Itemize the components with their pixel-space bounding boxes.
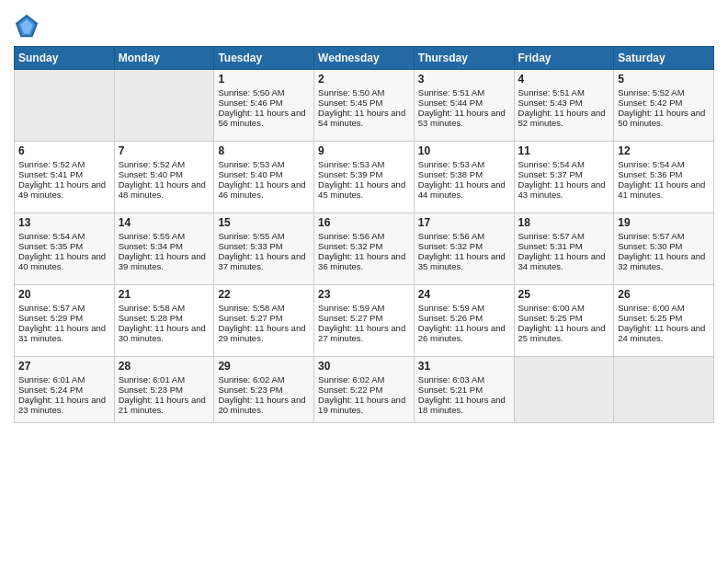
sunrise: Sunrise: 5:58 AM bbox=[218, 303, 284, 313]
week-row-5: 27Sunrise: 6:01 AMSunset: 5:24 PMDayligh… bbox=[15, 357, 714, 423]
sunrise: Sunrise: 5:57 AM bbox=[618, 231, 684, 241]
daylight: Daylight: 11 hours and 56 minutes. bbox=[218, 108, 305, 128]
day-cell: 10Sunrise: 5:53 AMSunset: 5:38 PMDayligh… bbox=[414, 142, 514, 213]
day-cell: 24Sunrise: 5:59 AMSunset: 5:26 PMDayligh… bbox=[414, 285, 514, 357]
sunrise: Sunrise: 5:54 AM bbox=[18, 231, 85, 241]
daylight: Daylight: 11 hours and 34 minutes. bbox=[518, 251, 606, 271]
day-number: 12 bbox=[618, 144, 710, 157]
header-monday: Monday bbox=[114, 47, 214, 70]
sunset: Sunset: 5:27 PM bbox=[318, 313, 382, 323]
day-cell bbox=[514, 357, 614, 423]
sunrise: Sunrise: 6:00 AM bbox=[618, 303, 684, 313]
daylight: Daylight: 11 hours and 53 minutes. bbox=[418, 108, 506, 128]
day-cell: 23Sunrise: 5:59 AMSunset: 5:27 PMDayligh… bbox=[314, 285, 415, 357]
sunset: Sunset: 5:25 PM bbox=[618, 313, 682, 323]
day-number: 26 bbox=[618, 288, 710, 301]
sunset: Sunset: 5:26 PM bbox=[418, 313, 483, 323]
daylight: Daylight: 11 hours and 18 minutes. bbox=[418, 395, 506, 415]
day-number: 25 bbox=[518, 288, 610, 301]
sunset: Sunset: 5:32 PM bbox=[318, 241, 382, 251]
header bbox=[14, 9, 714, 39]
sunset: Sunset: 5:27 PM bbox=[218, 313, 282, 323]
daylight: Daylight: 11 hours and 26 minutes. bbox=[418, 323, 506, 343]
sunrise: Sunrise: 6:02 AM bbox=[218, 374, 284, 385]
day-number: 9 bbox=[318, 144, 410, 157]
daylight: Daylight: 11 hours and 54 minutes. bbox=[318, 108, 405, 128]
daylight: Daylight: 11 hours and 48 minutes. bbox=[119, 179, 206, 200]
sunset: Sunset: 5:25 PM bbox=[518, 313, 583, 323]
day-cell: 21Sunrise: 5:58 AMSunset: 5:28 PMDayligh… bbox=[114, 285, 214, 357]
daylight: Daylight: 11 hours and 52 minutes. bbox=[518, 108, 606, 128]
day-number: 3 bbox=[418, 73, 510, 86]
sunset: Sunset: 5:46 PM bbox=[218, 98, 282, 108]
header-wednesday: Wednesday bbox=[314, 47, 415, 70]
day-number: 11 bbox=[518, 144, 610, 157]
day-cell: 8Sunrise: 5:53 AMSunset: 5:40 PMDaylight… bbox=[214, 142, 314, 213]
sunrise: Sunrise: 5:50 AM bbox=[218, 87, 284, 98]
sunset: Sunset: 5:42 PM bbox=[618, 98, 682, 108]
sunrise: Sunrise: 5:59 AM bbox=[418, 303, 484, 313]
sunset: Sunset: 5:41 PM bbox=[18, 169, 83, 179]
day-number: 27 bbox=[18, 360, 110, 373]
sunrise: Sunrise: 6:00 AM bbox=[518, 303, 585, 313]
daylight: Daylight: 11 hours and 32 minutes. bbox=[618, 251, 705, 271]
day-number: 20 bbox=[18, 288, 110, 301]
day-number: 23 bbox=[318, 288, 410, 301]
day-cell: 19Sunrise: 5:57 AMSunset: 5:30 PMDayligh… bbox=[614, 213, 714, 285]
sunset: Sunset: 5:30 PM bbox=[618, 241, 682, 251]
sunrise: Sunrise: 5:52 AM bbox=[18, 159, 85, 169]
sunrise: Sunrise: 5:54 AM bbox=[618, 159, 684, 169]
day-cell: 11Sunrise: 5:54 AMSunset: 5:37 PMDayligh… bbox=[514, 142, 614, 213]
day-number: 4 bbox=[518, 73, 610, 86]
sunset: Sunset: 5:40 PM bbox=[119, 169, 183, 179]
day-cell: 29Sunrise: 6:02 AMSunset: 5:23 PMDayligh… bbox=[214, 357, 314, 423]
day-number: 19 bbox=[618, 216, 710, 229]
sunrise: Sunrise: 5:52 AM bbox=[618, 87, 684, 98]
daylight: Daylight: 11 hours and 44 minutes. bbox=[418, 179, 506, 200]
daylight: Daylight: 11 hours and 25 minutes. bbox=[518, 323, 606, 343]
sunrise: Sunrise: 5:57 AM bbox=[18, 303, 85, 313]
daylight: Daylight: 11 hours and 19 minutes. bbox=[318, 395, 405, 415]
daylight: Daylight: 11 hours and 49 minutes. bbox=[18, 179, 106, 200]
calendar-table: Sunday Monday Tuesday Wednesday Thursday… bbox=[14, 46, 714, 423]
sunrise: Sunrise: 5:56 AM bbox=[418, 231, 484, 241]
day-cell: 4Sunrise: 5:51 AMSunset: 5:43 PMDaylight… bbox=[514, 70, 614, 142]
day-number: 1 bbox=[218, 73, 310, 86]
day-number: 15 bbox=[218, 216, 310, 229]
day-cell: 9Sunrise: 5:53 AMSunset: 5:39 PMDaylight… bbox=[314, 142, 415, 213]
day-cell: 5Sunrise: 5:52 AMSunset: 5:42 PMDaylight… bbox=[614, 70, 714, 142]
sunset: Sunset: 5:39 PM bbox=[318, 169, 382, 179]
sunset: Sunset: 5:43 PM bbox=[518, 98, 583, 108]
daylight: Daylight: 11 hours and 23 minutes. bbox=[18, 395, 106, 415]
sunset: Sunset: 5:45 PM bbox=[318, 98, 382, 108]
sunrise: Sunrise: 5:53 AM bbox=[218, 159, 284, 169]
sunrise: Sunrise: 5:58 AM bbox=[119, 303, 185, 313]
sunset: Sunset: 5:29 PM bbox=[18, 313, 83, 323]
day-cell: 25Sunrise: 6:00 AMSunset: 5:25 PMDayligh… bbox=[514, 285, 614, 357]
day-number: 17 bbox=[418, 216, 510, 229]
daylight: Daylight: 11 hours and 45 minutes. bbox=[318, 179, 405, 200]
sunset: Sunset: 5:32 PM bbox=[418, 241, 483, 251]
daylight: Daylight: 11 hours and 29 minutes. bbox=[218, 323, 305, 343]
day-number: 16 bbox=[318, 216, 410, 229]
day-number: 22 bbox=[218, 288, 310, 301]
logo bbox=[14, 13, 43, 39]
sunset: Sunset: 5:44 PM bbox=[418, 98, 483, 108]
day-cell: 30Sunrise: 6:02 AMSunset: 5:22 PMDayligh… bbox=[314, 357, 415, 423]
daylight: Daylight: 11 hours and 41 minutes. bbox=[618, 179, 705, 200]
sunrise: Sunrise: 5:55 AM bbox=[218, 231, 284, 241]
page: Sunday Monday Tuesday Wednesday Thursday… bbox=[0, 0, 728, 563]
daylight: Daylight: 11 hours and 20 minutes. bbox=[218, 395, 305, 415]
daylight: Daylight: 11 hours and 24 minutes. bbox=[618, 323, 705, 343]
day-number: 2 bbox=[318, 73, 410, 86]
logo-icon bbox=[14, 13, 40, 39]
sunset: Sunset: 5:34 PM bbox=[119, 241, 183, 251]
daylight: Daylight: 11 hours and 40 minutes. bbox=[18, 251, 106, 271]
sunrise: Sunrise: 6:01 AM bbox=[18, 374, 85, 385]
sunrise: Sunrise: 5:55 AM bbox=[119, 231, 185, 241]
sunrise: Sunrise: 6:03 AM bbox=[418, 374, 484, 385]
day-number: 31 bbox=[418, 360, 510, 373]
daylight: Daylight: 11 hours and 36 minutes. bbox=[318, 251, 405, 271]
day-cell: 1Sunrise: 5:50 AMSunset: 5:46 PMDaylight… bbox=[214, 70, 314, 142]
day-number: 18 bbox=[518, 216, 610, 229]
